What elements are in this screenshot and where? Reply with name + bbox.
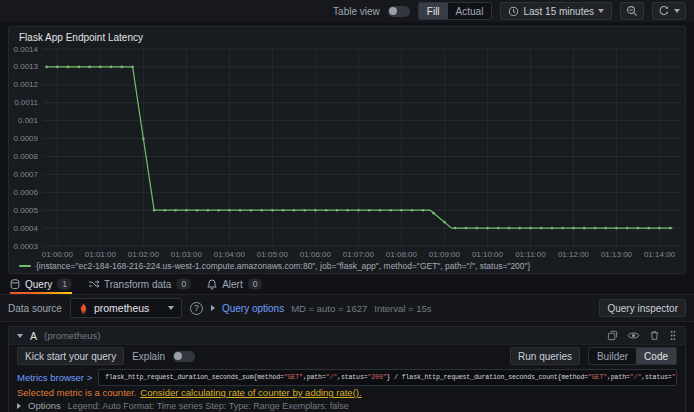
drag-handle-icon[interactable] — [669, 330, 677, 341]
tab-alert[interactable]: Alert 0 — [207, 274, 262, 294]
actual-option[interactable]: Actual — [448, 3, 492, 19]
timeseries-chart[interactable]: 0.00030.00040.00050.00060.00070.00080.00… — [9, 44, 685, 260]
svg-text:01:01:00: 01:01:00 — [85, 250, 117, 259]
chevron-down-icon — [674, 9, 680, 13]
svg-text:0.0007: 0.0007 — [14, 170, 39, 179]
query-row-header[interactable]: A (prometheus) — [9, 327, 685, 345]
svg-text:01:12:00: 01:12:00 — [558, 250, 590, 259]
query-datasource-hint: (prometheus) — [44, 330, 101, 341]
query-options-toggle[interactable]: Query options MD = auto = 1627 Interval … — [211, 303, 432, 314]
svg-text:01:11:00: 01:11:00 — [515, 250, 546, 259]
remove-query-trash-icon[interactable] — [649, 330, 660, 341]
tab-transform-count: 0 — [176, 278, 191, 290]
svg-text:01:08:00: 01:08:00 — [386, 250, 418, 259]
svg-text:01:00:00: 01:00:00 — [42, 250, 74, 259]
transform-icon — [88, 279, 99, 289]
kick-start-button[interactable]: Kick start your query — [17, 347, 124, 365]
svg-text:01:05:00: 01:05:00 — [257, 250, 289, 259]
chevron-right-icon — [17, 403, 21, 409]
query-row-actions — [607, 330, 677, 341]
zoom-out-button[interactable] — [620, 2, 644, 20]
svg-text:0.0011: 0.0011 — [14, 98, 38, 107]
clock-icon — [508, 6, 519, 17]
pane-size-radio-group: Fill Actual — [418, 2, 493, 20]
tab-alert-count: 0 — [248, 278, 263, 290]
svg-text:0.0005: 0.0005 — [14, 206, 39, 215]
interval-summary: Interval = 15s — [374, 303, 431, 314]
chart-canvas: 0.00030.00040.00050.00060.00070.00080.00… — [9, 44, 685, 260]
editor-tabs: Query 1 Transform data 0 Alert 0 — [0, 274, 694, 294]
tab-label: Transform data — [104, 279, 171, 290]
refresh-button[interactable] — [652, 2, 686, 20]
datasource-help-icon[interactable]: ? — [190, 302, 203, 315]
promql-editor-row: Metrics browser > flask_http_request_dur… — [9, 367, 685, 387]
tab-query-count: 1 — [57, 278, 72, 290]
topbar: Table view Fill Actual Last 15 minutes — [0, 0, 694, 22]
svg-text:0.0004: 0.0004 — [14, 224, 39, 233]
refresh-icon — [658, 5, 670, 17]
metrics-browser-button[interactable]: Metrics browser > — [17, 372, 92, 383]
svg-text:01:14:00: 01:14:00 — [644, 250, 676, 259]
datasource-picker[interactable]: prometheus — [70, 298, 182, 318]
counter-warning-row: Selected metric is a counter. Consider c… — [9, 387, 685, 398]
query-options-summary: MD = auto = 1627 — [291, 303, 367, 314]
explain-toggle[interactable] — [173, 351, 195, 362]
query-toolbar: Kick start your query Explain Run querie… — [9, 345, 685, 367]
promql-input[interactable]: flask_http_request_duration_seconds_sum{… — [98, 369, 677, 386]
zoom-out-icon — [626, 5, 638, 17]
run-queries-button[interactable]: Run queries — [510, 347, 580, 365]
chevron-right-icon — [211, 305, 215, 311]
query-options-label: Query options — [222, 303, 284, 314]
editor-mode-radio-group: Builder Code — [588, 347, 677, 365]
svg-text:01:02:00: 01:02:00 — [128, 250, 160, 259]
prometheus-icon — [78, 303, 89, 314]
tab-label: Query — [25, 279, 52, 290]
toggle-knob — [174, 352, 182, 360]
duplicate-icon[interactable] — [607, 330, 618, 341]
toggle-knob — [389, 7, 397, 15]
counter-warning-text: Selected metric is a counter. — [17, 387, 136, 398]
query-editor-card: A (prometheus) Kick start your query Exp… — [8, 326, 686, 412]
tab-query[interactable]: Query 1 — [10, 274, 72, 294]
svg-text:01:09:00: 01:09:00 — [429, 250, 461, 259]
chevron-down-icon — [598, 9, 604, 13]
svg-text:0.0012: 0.0012 — [14, 80, 39, 89]
chart-legend: {instance="ec2-184-168-216-224.us-west-1… — [9, 260, 685, 273]
time-range-picker[interactable]: Last 15 minutes — [500, 2, 612, 20]
tab-label: Alert — [222, 279, 243, 290]
datasource-value: prometheus — [94, 302, 163, 314]
svg-text:0.001: 0.001 — [18, 116, 39, 125]
svg-text:0.0014: 0.0014 — [14, 45, 39, 54]
table-view-toggle[interactable] — [388, 6, 410, 17]
datasource-label: Data source — [8, 303, 62, 314]
svg-text:0.0008: 0.0008 — [14, 152, 39, 161]
options-toggle[interactable]: Options Legend: Auto Format: Time series… — [9, 398, 685, 412]
series-label[interactable]: {instance="ec2-184-168-216-224.us-west-1… — [36, 261, 530, 271]
query-inspector-button[interactable]: Query inspector — [599, 299, 686, 317]
svg-text:0.0006: 0.0006 — [14, 188, 39, 197]
query-ref-id: A — [30, 330, 37, 342]
database-icon — [10, 279, 20, 290]
svg-text:0.0009: 0.0009 — [14, 134, 39, 143]
svg-text:01:13:00: 01:13:00 — [601, 250, 633, 259]
tab-transform-data[interactable]: Transform data 0 — [88, 274, 191, 294]
options-label: Options — [28, 400, 61, 411]
panel-flask-latency: Flask App Endpoint Latency 0.00030.00040… — [8, 26, 686, 274]
explain-label: Explain — [132, 351, 165, 362]
rate-hint-link[interactable]: Consider calculating rate of counter by … — [140, 387, 361, 398]
svg-text:0.0013: 0.0013 — [14, 62, 39, 71]
series-color-swatch — [19, 265, 31, 267]
svg-text:01:03:00: 01:03:00 — [171, 250, 203, 259]
svg-text:01:06:00: 01:06:00 — [300, 250, 332, 259]
datasource-row: Data source prometheus ? Query options M… — [0, 294, 694, 322]
code-mode-option[interactable]: Code — [636, 348, 676, 364]
collapse-chevron-icon[interactable] — [17, 334, 23, 338]
hide-response-eye-icon[interactable] — [627, 330, 640, 341]
panel-title[interactable]: Flask App Endpoint Latency — [9, 27, 685, 44]
grafana-panel-editor: Table view Fill Actual Last 15 minutes F… — [0, 0, 694, 412]
svg-text:01:04:00: 01:04:00 — [214, 250, 246, 259]
builder-mode-option[interactable]: Builder — [589, 348, 636, 364]
table-view-label: Table view — [333, 6, 380, 17]
fill-option[interactable]: Fill — [419, 3, 448, 19]
chevron-down-icon — [168, 306, 174, 310]
